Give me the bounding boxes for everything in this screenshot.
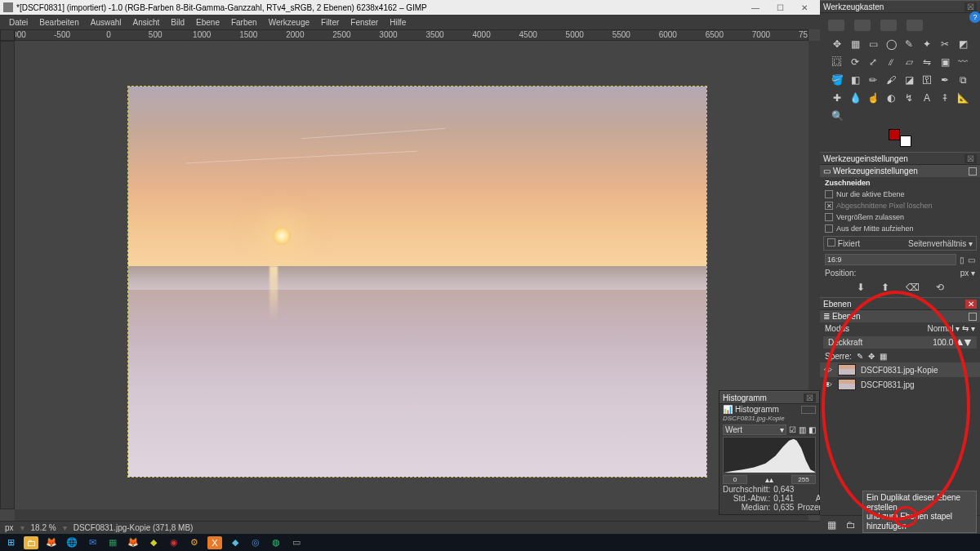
histogram-tab[interactable]: 📊 Histogramm: [719, 404, 819, 415]
shear-tool-icon[interactable]: ⫽: [883, 54, 899, 70]
delete-cropped-checkbox[interactable]: ✕: [825, 202, 833, 210]
toolbox-tab-icon[interactable]: [906, 20, 923, 31]
panel-menu-icon[interactable]: [969, 167, 977, 176]
histogram-tab-menu-icon[interactable]: [801, 406, 816, 414]
minimize-button[interactable]: —: [743, 0, 768, 15]
bucket-fill-icon[interactable]: 🪣: [829, 72, 845, 88]
new-group-icon[interactable]: 🗀: [844, 519, 858, 531]
app-icon[interactable]: ⚙: [187, 536, 202, 549]
toolbox-tab-icon[interactable]: [880, 20, 897, 31]
layers-menu-icon[interactable]: [969, 313, 977, 321]
status-unit[interactable]: px: [5, 523, 14, 532]
tool-options-title[interactable]: Werkzeugeinstellungen ☒: [820, 152, 980, 165]
menu-auswahl[interactable]: Auswahl: [85, 16, 127, 29]
thunderbird-icon[interactable]: ✉: [85, 536, 100, 549]
smudge-tool-icon[interactable]: ☝: [865, 90, 881, 106]
tool-options-tab[interactable]: ▭ Werkzeugeinstellungen: [820, 165, 980, 177]
menu-werkzeuge[interactable]: Werkzeuge: [263, 16, 315, 29]
menu-datei[interactable]: Datei: [3, 16, 33, 29]
app-icon[interactable]: ◆: [146, 536, 161, 549]
reset-preset-icon[interactable]: ⟲: [936, 282, 944, 293]
clone-tool-icon[interactable]: ⧉: [955, 72, 971, 88]
move-tool-icon[interactable]: ✥: [829, 36, 845, 52]
restore-preset-icon[interactable]: ⬆: [881, 282, 889, 293]
ellipse-select-tool-icon[interactable]: ◯: [883, 36, 899, 52]
histogram-range-lo[interactable]: [723, 475, 747, 484]
histogram-split-icon[interactable]: ◧: [808, 425, 816, 434]
layer-row[interactable]: 👁 DSCF0831.jpg: [820, 377, 980, 392]
histogram-plot[interactable]: [723, 437, 816, 474]
fuzzy-select-tool-icon[interactable]: ✦: [919, 36, 935, 52]
app-icon[interactable]: X: [207, 536, 222, 549]
ruler-corner[interactable]: [0, 29, 15, 41]
warp-tool-icon[interactable]: 〰: [955, 54, 971, 70]
rect-select-tool-icon[interactable]: ▭: [865, 36, 881, 52]
scale-tool-icon[interactable]: ⤢: [865, 54, 881, 70]
aspect-ratio-input[interactable]: [825, 254, 956, 265]
opacity-value[interactable]: 100.0 ⯅⯆: [933, 338, 972, 347]
fg-bg-color-swatch[interactable]: [889, 129, 911, 147]
only-active-layer-checkbox[interactable]: [825, 190, 833, 198]
cage-tool-icon[interactable]: ▣: [937, 54, 953, 70]
app-icon[interactable]: ◍: [269, 536, 283, 549]
histogram-log-icon[interactable]: ▥: [799, 425, 806, 434]
color-picker-icon[interactable]: ⤉: [937, 90, 953, 106]
ink-tool-icon[interactable]: ✒: [937, 72, 953, 88]
image-bounds[interactable]: [127, 86, 707, 478]
ruler-vertical[interactable]: [0, 41, 15, 509]
menu-bild[interactable]: Bild: [165, 16, 190, 29]
position-unit-select[interactable]: px ▾: [960, 269, 975, 278]
path-tool-icon[interactable]: ↯: [901, 90, 917, 106]
paintbrush-tool-icon[interactable]: 🖌: [883, 72, 899, 88]
menu-hilfe[interactable]: Hilfe: [384, 16, 412, 29]
dodge-tool-icon[interactable]: ◐: [883, 90, 899, 106]
app-icon[interactable]: ▭: [289, 536, 304, 549]
layer-name[interactable]: DSCF0831.jpg-Kopie: [861, 366, 938, 375]
maximize-button[interactable]: ☐: [768, 0, 792, 15]
app-icon[interactable]: ◆: [228, 536, 243, 549]
scrollbar-horizontal[interactable]: [15, 509, 808, 521]
toolbox-title[interactable]: Werkzeugkasten ☒: [820, 0, 980, 13]
zoom-tool-icon[interactable]: 🔍: [829, 108, 845, 124]
bg-color-swatch[interactable]: [900, 136, 911, 147]
fixed-checkbox[interactable]: [827, 238, 835, 247]
allow-grow-checkbox[interactable]: [825, 213, 833, 221]
calc-icon[interactable]: ▦: [105, 536, 120, 549]
histogram-title[interactable]: Histogramm ☒: [719, 391, 819, 404]
text-tool-icon[interactable]: A: [919, 90, 935, 106]
layer-name[interactable]: DSCF0831.jpg: [861, 380, 915, 389]
histogram-range-hi[interactable]: [791, 475, 816, 484]
app-icon[interactable]: ◎: [248, 536, 263, 549]
app-icon[interactable]: ◉: [167, 536, 181, 549]
foreground-select-icon[interactable]: ◩: [955, 36, 971, 52]
menu-bearbeiten[interactable]: Bearbeiten: [33, 16, 84, 29]
lock-pixels-icon[interactable]: ✎: [857, 352, 863, 361]
histogram-linear-icon[interactable]: ☑: [789, 425, 796, 434]
layers-close-icon[interactable]: ✕: [965, 300, 977, 309]
orientation-portrait-icon[interactable]: ▯: [960, 256, 964, 264]
toolbox-tab-icon[interactable]: [828, 20, 844, 31]
menu-ansicht[interactable]: Ansicht: [127, 16, 166, 29]
menu-farben[interactable]: Farben: [225, 16, 263, 29]
tool-options-close-icon[interactable]: ☒: [964, 154, 977, 163]
toolbox-tab-icon[interactable]: [854, 20, 871, 31]
close-button[interactable]: ✕: [792, 0, 817, 15]
measure-tool-icon[interactable]: 📐: [955, 90, 971, 106]
scissors-tool-icon[interactable]: ✂: [937, 36, 953, 52]
new-layer-icon[interactable]: ▦: [825, 519, 838, 531]
airbrush-tool-icon[interactable]: ⚿: [919, 72, 935, 88]
canvas[interactable]: [15, 41, 808, 509]
crop-tool-icon[interactable]: ⿴: [829, 54, 845, 70]
gradient-tool-icon[interactable]: ◧: [847, 72, 863, 88]
range-slider-icon[interactable]: ▴▴: [747, 475, 791, 484]
eraser-tool-icon[interactable]: ◪: [901, 72, 917, 88]
flip-tool-icon[interactable]: ⇋: [919, 54, 935, 70]
menu-fenster[interactable]: Fenster: [345, 16, 384, 29]
align-tool-icon[interactable]: ▦: [847, 36, 863, 52]
heal-tool-icon[interactable]: ✚: [829, 90, 845, 106]
menu-ebene[interactable]: Ebene: [190, 16, 225, 29]
blend-mode-select[interactable]: Normal ▾ ⇆ ▾: [927, 324, 975, 333]
pencil-tool-icon[interactable]: ✏: [865, 72, 881, 88]
gimp-taskbar-icon[interactable]: 🦊: [126, 536, 140, 549]
histogram-close-icon[interactable]: ☒: [804, 393, 816, 402]
